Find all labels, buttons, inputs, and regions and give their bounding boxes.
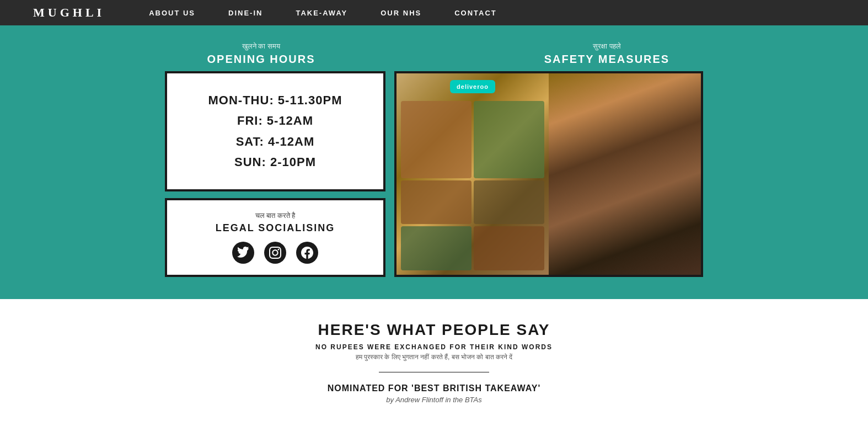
reviews-headline: HERE'S WHAT PEOPLE SAY <box>11 321 857 339</box>
deliveroo-logo: deliveroo <box>457 83 489 90</box>
social-title: LEGAL SOCIALISING <box>178 222 372 234</box>
shortlist-list: List <box>519 419 548 421</box>
main-content-row: MON-THU: 5-11.30PM FRI: 5-12AM SAT: 4-12… <box>0 71 868 277</box>
food-image-left: deliveroo <box>397 73 549 275</box>
instagram-link[interactable] <box>264 242 286 264</box>
opening-hours-hindi: खुलने का समय <box>88 42 434 51</box>
nominated-text: NOMINATED FOR 'BEST BRITISH TAKEAWAY' <box>11 383 857 393</box>
section-headers-row: खुलने का समय OPENING HOURS सुरक्षा पहले … <box>0 42 868 66</box>
safety-measures-header: सुरक्षा पहले SAFETY MEASURES <box>434 42 780 66</box>
safety-title: SAFETY MEASURES <box>434 53 780 66</box>
sat-hours: SAT: 4-12AM <box>178 131 372 152</box>
opening-hours-title: OPENING HOURS <box>88 53 434 66</box>
nav-dine-in[interactable]: DINE-IN <box>228 9 262 17</box>
shortlist-logo[interactable]: ShortList <box>476 419 549 421</box>
hindi-subtitle: हम पुरस्कार के लिए भुगतान नहीं करते हैं,… <box>11 353 857 361</box>
site-logo[interactable]: MUGHLI <box>33 6 105 20</box>
facebook-icon <box>301 247 313 259</box>
no-rupees-text: NO RUPEES WERE EXCHANGED FOR THEIR KIND … <box>11 343 857 351</box>
nav-about-us[interactable]: ABOUT US <box>149 9 195 17</box>
shortlist-short: Short <box>476 419 519 421</box>
nav-contact[interactable]: CONTACT <box>454 9 497 17</box>
nav-our-nhs[interactable]: OUR NHS <box>381 9 421 17</box>
fri-hours: FRI: 5-12AM <box>178 110 372 131</box>
facebook-link[interactable] <box>296 242 318 264</box>
navbar: MUGHLI ABOUT US DINE-IN TAKE-AWAY OUR NH… <box>0 0 868 25</box>
twitter-icon <box>237 247 249 259</box>
nominated-by: by Andrew Flintoff in the BTAs <box>11 396 857 404</box>
social-icons <box>178 242 372 264</box>
twitter-link[interactable] <box>232 242 254 264</box>
social-hindi: चल बात करते है <box>178 211 372 220</box>
divider <box>379 372 489 372</box>
left-panel: MON-THU: 5-11.30PM FRI: 5-12AM SAT: 4-12… <box>165 71 385 277</box>
opening-hours-header: खुलने का समय OPENING HOURS <box>88 42 434 66</box>
food-images-panel: deliveroo <box>394 71 703 277</box>
safety-hindi: सुरक्षा पहले <box>434 42 780 51</box>
instagram-icon <box>269 247 281 259</box>
hours-box: MON-THU: 5-11.30PM FRI: 5-12AM SAT: 4-12… <box>165 71 385 191</box>
nav-links: ABOUT US DINE-IN TAKE-AWAY OUR NHS CONTA… <box>149 8 497 18</box>
press-logos: THE SKINNY The Telegraph ShortList BuzzF… <box>11 419 857 421</box>
food-image-right <box>549 73 701 275</box>
social-box: चल बात करते है LEGAL SOCIALISING <box>165 198 385 277</box>
nav-take-away[interactable]: TAKE-AWAY <box>296 9 347 17</box>
mon-thu-hours: MON-THU: 5-11.30PM <box>178 90 372 110</box>
sun-hours: SUN: 2-10PM <box>178 152 372 172</box>
hours-text: MON-THU: 5-11.30PM FRI: 5-12AM SAT: 4-12… <box>178 90 372 173</box>
teal-section: खुलने का समय OPENING HOURS सुरक्षा पहले … <box>0 25 868 299</box>
reviews-section: HERE'S WHAT PEOPLE SAY NO RUPEES WERE EX… <box>0 299 868 421</box>
